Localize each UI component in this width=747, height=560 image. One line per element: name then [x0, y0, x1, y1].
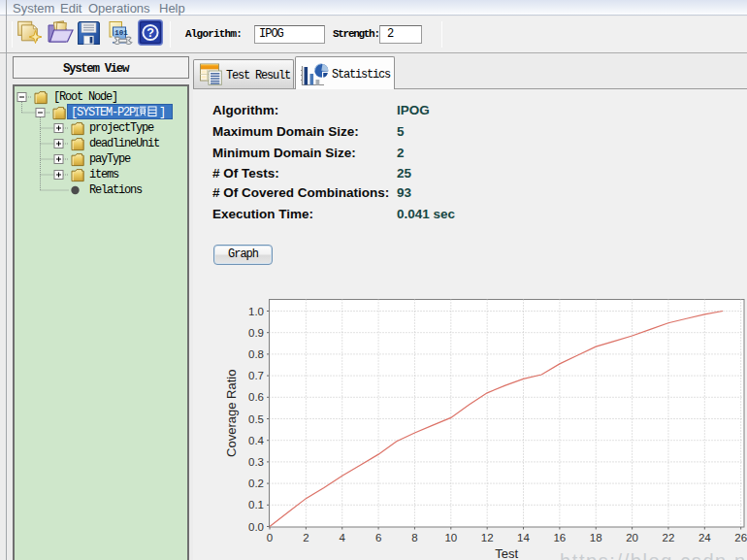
svg-text:20: 20 [626, 532, 638, 544]
svg-text:0.4: 0.4 [248, 435, 265, 446]
svg-text:12: 12 [481, 532, 494, 544]
svg-text:0.5: 0.5 [248, 413, 264, 425]
svg-text:0.8: 0.8 [248, 348, 264, 360]
svg-text:0.7: 0.7 [248, 370, 264, 381]
svg-text:0.1: 0.1 [248, 499, 264, 511]
svg-text:18: 18 [590, 532, 602, 544]
svg-text:22: 22 [663, 532, 675, 544]
svg-text:1.0: 1.0 [248, 306, 264, 317]
svg-text:2: 2 [303, 532, 309, 544]
svg-text:26: 26 [734, 532, 747, 544]
svg-text:10: 10 [444, 532, 457, 544]
svg-text:16: 16 [553, 532, 566, 544]
svg-text:0.0: 0.0 [248, 521, 264, 533]
svg-text:0.3: 0.3 [248, 456, 264, 468]
svg-text:0.2: 0.2 [248, 478, 264, 489]
svg-text:0: 0 [267, 532, 273, 544]
svg-text:8: 8 [411, 532, 417, 544]
svg-text:4: 4 [340, 532, 346, 544]
svg-text:Test: Test [495, 546, 518, 560]
svg-text:0.9: 0.9 [248, 327, 264, 339]
svg-text:6: 6 [375, 532, 381, 544]
svg-text:Coverage Ratio: Coverage Ratio [224, 370, 239, 457]
svg-text:14: 14 [517, 532, 530, 544]
svg-text:24: 24 [698, 532, 711, 544]
svg-text:0.6: 0.6 [248, 391, 264, 403]
